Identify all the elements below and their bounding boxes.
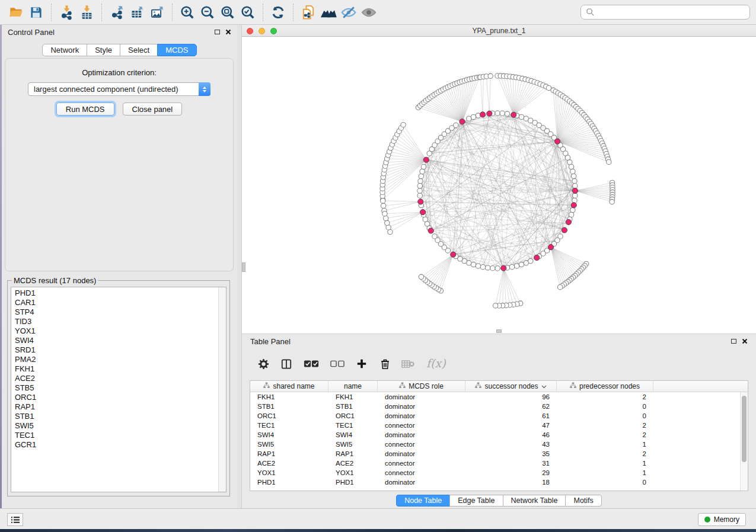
window-close-icon[interactable] [247,28,253,34]
table-cell-name[interactable]: YOX1 [328,469,378,476]
float-panel-icon[interactable] [731,339,736,344]
table-cell-successor-nodes[interactable]: 29 [465,469,557,476]
mcds-result-item[interactable]: TID3 [15,317,226,326]
network-canvas[interactable] [242,37,756,334]
satellite-node[interactable] [493,303,497,308]
table-cell-successor-nodes[interactable]: 61 [465,412,557,419]
table-cell-mcds-role[interactable]: connector [378,441,465,448]
table-cell-predecessor-nodes[interactable]: 2 [557,393,653,400]
network-node[interactable] [569,212,573,217]
export-image-icon[interactable] [147,3,167,22]
table-cell-shared-name[interactable]: STB1 [250,403,328,410]
mcds-result-item[interactable]: STB5 [15,383,226,393]
table-cell-predecessor-nodes[interactable]: 1 [557,469,653,476]
table-cell-mcds-role[interactable]: dominator [378,412,465,419]
table-cell-successor-nodes[interactable]: 35 [465,450,557,457]
tab-network[interactable]: Network [42,44,87,56]
table-cell-mcds-role[interactable]: dominator [378,450,465,457]
table-cell-successor-nodes[interactable]: 31 [465,460,557,467]
mcds-result-item[interactable]: SWI4 [15,336,226,345]
network-node[interactable] [572,198,577,203]
table-cell-successor-nodes[interactable]: 18 [465,479,557,486]
delete-table-icon[interactable] [401,356,415,371]
tab-select[interactable]: Select [120,44,158,56]
column-header-successor-nodes[interactable]: successor nodes [465,381,557,392]
mcds-result-item[interactable]: ACE2 [15,374,226,383]
table-cell-predecessor-nodes[interactable]: 1 [557,460,653,467]
network-node[interactable] [417,184,422,188]
zoom-fit-icon[interactable] [218,3,238,22]
satellite-node[interactable] [401,123,406,127]
new-column-icon[interactable] [355,356,369,371]
mcds-result-item[interactable]: STB1 [15,412,226,421]
function-builder-icon[interactable]: f(x) [424,356,448,371]
show-hidden-icon[interactable] [359,3,379,22]
table-cell-mcds-role[interactable]: connector [378,422,465,429]
table-scrollbar[interactable] [740,392,748,491]
table-row[interactable]: PHD1PHD1dominator180 [250,477,748,487]
mcds-result-item[interactable]: YOX1 [15,326,226,336]
table-cell-successor-nodes[interactable]: 62 [465,403,557,410]
table-cell-shared-name[interactable]: ORC1 [250,412,328,419]
mcds-result-listbox[interactable]: PHD1CAR1STP4TID3YOX1SWI4SRD1PMA2FKH1ACE2… [11,287,227,492]
satellite-node[interactable] [419,274,423,279]
mcds-result-item[interactable]: CAR1 [15,298,226,307]
network-node[interactable] [570,207,575,212]
mcds-result-item[interactable]: TEC1 [15,431,226,440]
zoom-in-icon[interactable] [177,3,197,22]
node-table[interactable]: shared namenameMCDS rolesuccessor nodesp… [250,380,748,491]
table-cell-name[interactable]: SWI4 [328,431,378,438]
mcds-hub-node[interactable] [566,219,571,225]
table-row[interactable]: FKH1FKH1dominator962 [250,392,748,402]
network-node[interactable] [519,262,524,267]
mcds-hub-node[interactable] [571,203,576,208]
network-node[interactable] [495,266,500,271]
table-cell-name[interactable]: ACE2 [328,460,378,467]
table-cell-shared-name[interactable]: YOX1 [250,469,328,476]
show-panel-list-button[interactable] [7,513,23,526]
table-cell-successor-nodes[interactable]: 46 [465,431,557,438]
clone-network-icon[interactable] [298,3,318,22]
memory-button[interactable]: Memory [698,513,746,526]
search-field[interactable] [595,7,745,17]
table-cell-name[interactable]: PHD1 [328,479,378,486]
network-node[interactable] [570,169,575,174]
mcds-hub-node[interactable] [548,245,553,250]
satellite-node[interactable] [386,225,391,230]
satellite-node[interactable] [610,199,614,204]
network-node[interactable] [490,266,495,271]
network-node[interactable] [573,184,578,188]
network-node[interactable] [420,169,425,174]
satellite-node[interactable] [607,159,611,164]
table-row[interactable]: ACE2ACE2connector311 [250,459,748,468]
mcds-hub-node[interactable] [554,139,560,144]
table-row[interactable]: TEC1TEC1connector472 [250,421,748,430]
network-overview-icon[interactable] [318,3,339,22]
tab-node-table[interactable]: Node Table [396,495,450,507]
network-node[interactable] [573,193,578,198]
float-panel-icon[interactable] [215,30,220,34]
satellite-node[interactable] [381,198,385,203]
table-cell-name[interactable]: TEC1 [328,422,378,429]
network-node[interactable] [417,193,422,198]
tab-network-table[interactable]: Network Table [503,495,566,507]
network-node[interactable] [495,111,500,116]
tab-edge-table[interactable]: Edge Table [449,495,503,507]
table-cell-name[interactable]: ORC1 [328,412,378,419]
mcds-hub-node[interactable] [572,188,578,193]
search-input[interactable] [580,5,750,20]
deselect-all-icon[interactable] [329,356,346,371]
network-node[interactable] [572,178,577,183]
delete-column-icon[interactable] [378,356,392,371]
export-table-icon[interactable] [127,3,147,22]
table-row[interactable]: STB1STB1dominator620 [250,402,748,411]
network-node[interactable] [485,265,490,270]
network-node[interactable] [571,174,576,178]
scrollbar-thumb[interactable] [742,396,747,462]
network-node[interactable] [421,164,426,169]
mcds-hub-node[interactable] [534,255,540,260]
mcds-result-item[interactable]: GCR1 [15,440,226,450]
network-node[interactable] [467,116,471,121]
table-row[interactable]: YOX1YOX1connector291 [250,468,748,477]
tab-style[interactable]: Style [87,44,120,56]
